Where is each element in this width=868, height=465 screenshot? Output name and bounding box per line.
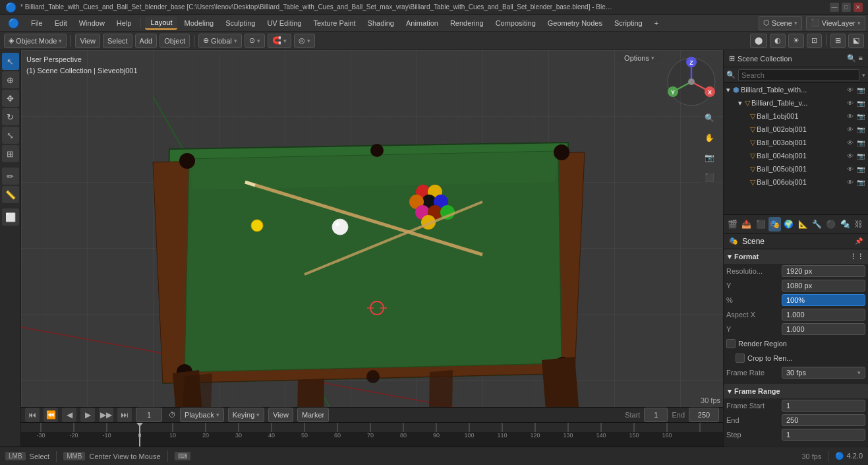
jump-start-btn[interactable]: ⏮ (25, 408, 40, 422)
current-frame-input[interactable]: 1 (136, 408, 162, 422)
render-icon-5[interactable]: 📷 (856, 139, 865, 146)
playback-menu[interactable]: Playback ▾ (180, 408, 224, 422)
scene-selector[interactable]: ⬡ Scene ▾ (759, 16, 802, 30)
workspace-sculpting[interactable]: Sculpting (220, 16, 260, 30)
frame-range-section-header[interactable]: ▾ Frame Range (724, 384, 868, 398)
crop-checkbox[interactable] (736, 354, 745, 363)
viewport-shading-solid[interactable]: ⬤ (750, 34, 767, 48)
render-icon-8[interactable]: 📷 (856, 179, 865, 186)
top-ortho-btn[interactable]: ⬛ (701, 169, 718, 186)
marker-menu[interactable]: Marker (297, 408, 329, 422)
resolution-y-input[interactable]: 1080 px (782, 280, 865, 292)
workspace-rendering[interactable]: Rendering (445, 16, 489, 30)
measure-tool-btn[interactable]: 📏 (2, 186, 19, 203)
annotate-tool-btn[interactable]: ✏ (2, 168, 19, 185)
close-button[interactable]: ✕ (854, 3, 863, 12)
visibility-icon-7[interactable]: 👁 (846, 166, 855, 173)
menu-help[interactable]: Help (111, 16, 137, 30)
visibility-icon-2[interactable]: 👁 (846, 100, 855, 107)
camera-view-btn[interactable]: 📷 (701, 149, 718, 166)
workspace-layout[interactable]: Layout (145, 16, 177, 30)
transform-tool-btn[interactable]: ⊞ (2, 145, 19, 162)
outliner-search-input[interactable] (738, 69, 859, 81)
proportional-toggle[interactable]: ◎ ▾ (294, 34, 315, 48)
jump-back-btn[interactable]: ⏪ (43, 408, 58, 422)
view-menu[interactable]: View (75, 34, 100, 48)
visibility-icon-3[interactable]: 👁 (846, 113, 855, 120)
constraints-props-icon[interactable]: ⛓ (853, 217, 865, 232)
minimize-button[interactable]: — (830, 3, 839, 12)
render-icon-6[interactable]: 📷 (856, 152, 865, 160)
select-tool-btn[interactable]: ↖ (2, 53, 19, 70)
frame-step-input[interactable]: 1 (782, 429, 865, 441)
workspace-animation[interactable]: Animation (401, 16, 444, 30)
step-back-btn[interactable]: ◀ (62, 408, 76, 422)
output-props-icon[interactable]: 📤 (740, 217, 753, 232)
outliner-item-ball4[interactable]: ▾ ▽ Ball_004obj001 👁 📷 (724, 149, 868, 162)
menu-edit[interactable]: Edit (49, 16, 72, 30)
pivot-selector[interactable]: ⊙ ▾ (245, 34, 265, 48)
select-menu[interactable]: Select (103, 34, 132, 48)
workspace-uv-editing[interactable]: UV Editing (262, 16, 306, 30)
outliner-item-ball2[interactable]: ▾ ▽ Ball_002obj001 👁 📷 (724, 123, 868, 136)
menu-blender[interactable]: 🔵 (3, 16, 24, 30)
viewport-shading-xray[interactable]: ⊡ (807, 34, 822, 48)
visibility-icon[interactable]: 👁 (846, 86, 855, 94)
workspace-add[interactable]: + (649, 16, 664, 30)
frame-start-input[interactable]: 1 (782, 400, 865, 412)
render-icon[interactable]: 📷 (856, 86, 865, 94)
pin-icon[interactable]: 📌 (855, 237, 863, 245)
overlay-toggle[interactable]: ⬕ (848, 34, 864, 48)
viewport-shading-rendered[interactable]: ☀ (788, 34, 804, 48)
navigation-gizmo[interactable]: Z X Y (665, 55, 718, 108)
move-tool-btn[interactable]: ✥ (2, 90, 19, 107)
render-icon-3[interactable]: 📷 (856, 113, 865, 120)
outliner-item-billiard-table[interactable]: ▾ ⬢ Billiard_Table_with... 👁 📷 (724, 83, 868, 96)
render-icon-7[interactable]: 📷 (856, 166, 865, 173)
object-props-icon[interactable]: 📐 (796, 217, 809, 232)
outliner-item-ball6[interactable]: ▾ ▽ Ball_006obj001 👁 📷 (724, 175, 868, 189)
viewport-shading-material[interactable]: ◐ (770, 34, 786, 48)
hand-tool-btn[interactable]: ✋ (701, 129, 718, 146)
resolution-x-input[interactable]: 1920 px (782, 265, 865, 277)
zoom-to-fit-btn[interactable]: 🔍 (701, 109, 718, 127)
keying-menu[interactable]: Keying ▾ (228, 408, 265, 422)
modifier-props-icon[interactable]: 🔧 (811, 217, 823, 232)
add-cube-tool-btn[interactable]: ⬜ (2, 208, 19, 226)
snap-toggle[interactable]: 🧲 ▾ (268, 34, 291, 48)
visibility-icon-8[interactable]: 👁 (846, 179, 855, 186)
visibility-icon-5[interactable]: 👁 (846, 139, 855, 146)
visibility-icon-4[interactable]: 👁 (846, 126, 855, 133)
workspace-modeling[interactable]: Modeling (179, 16, 219, 30)
render-icon-4[interactable]: 📷 (856, 126, 865, 133)
particles-props-icon[interactable]: ⚫ (825, 217, 837, 232)
outliner-item-ball1[interactable]: ▾ ▽ Ball_1obj001 👁 📷 (724, 109, 868, 123)
physics-props-icon[interactable]: 🔩 (838, 217, 851, 232)
viewport-3d[interactable]: User Perspective (1) Scene Collection | … (21, 50, 723, 407)
gizmo-toggle[interactable]: ⊞ (830, 34, 846, 48)
workspace-geometry-nodes[interactable]: Geometry Nodes (542, 16, 608, 30)
timeline-view-menu[interactable]: View (268, 408, 293, 422)
scene-props-icon[interactable]: 🎭 (768, 217, 781, 232)
start-frame-input[interactable]: 1 (644, 408, 668, 422)
resolution-pct-input[interactable]: 100% (782, 294, 865, 306)
timeline-body[interactable]: -30 -20 -10 0 10 20 30 40 (21, 423, 723, 447)
add-menu[interactable]: Add (135, 34, 158, 48)
outliner-item-ball5[interactable]: ▾ ▽ Ball_005obj001 👁 📷 (724, 162, 868, 175)
rotate-tool-btn[interactable]: ↻ (2, 108, 19, 125)
frame-rate-selector[interactable]: 30 fps ▾ (782, 367, 865, 379)
render-props-icon[interactable]: 🎬 (726, 217, 739, 232)
workspace-texture-paint[interactable]: Texture Paint (308, 16, 361, 30)
render-icon-2[interactable]: 📷 (856, 100, 865, 107)
cursor-tool-btn[interactable]: ⊕ (2, 71, 19, 88)
aspect-y-input[interactable]: 1.000 (782, 323, 865, 335)
visibility-icon-6[interactable]: 👁 (846, 152, 855, 160)
world-props-icon[interactable]: 🌍 (782, 217, 795, 232)
outliner-item-billiard-table-v[interactable]: ▾ ▽ Billiard_Table_v... 👁 📷 (724, 96, 868, 109)
workspace-scripting[interactable]: Scripting (609, 16, 648, 30)
workspace-shading[interactable]: Shading (362, 16, 399, 30)
frame-end-input[interactable]: 250 (782, 414, 865, 426)
format-section-header[interactable]: ▾ Format ⋮⋮ (724, 249, 868, 264)
view-layer-props-icon[interactable]: ⬛ (755, 217, 767, 232)
maximize-button[interactable]: □ (842, 3, 851, 12)
